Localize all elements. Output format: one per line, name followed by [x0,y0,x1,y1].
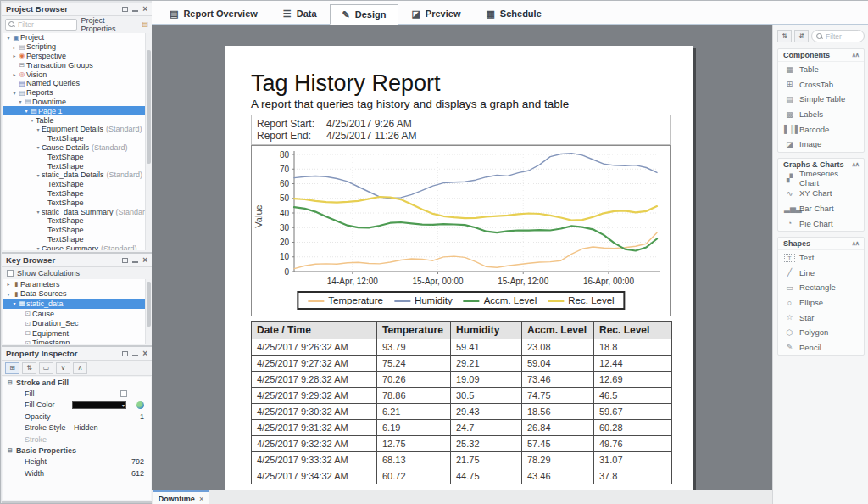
property-row-fill-color[interactable]: Fill Color▾ [3,400,151,412]
table-row[interactable]: 4/25/2017 9:29:32 AM78.8630.574.7546.5 [252,388,672,404]
expander-icon[interactable]: ▾ [11,90,18,96]
close-panel-icon[interactable]: × [142,350,147,357]
palette-filter-input[interactable] [826,32,860,41]
expander-icon[interactable]: ▾ [35,126,42,132]
palette-filter-box[interactable] [811,30,865,42]
sort-button[interactable]: ⇅ [22,362,36,374]
expander-icon[interactable]: ▾ [5,291,12,297]
scrollbar-thumb[interactable] [147,282,151,327]
category-view-button[interactable]: ⊞ [5,362,19,374]
palette-item-timeseries-chart[interactable]: ▞Timeseries Chart [778,171,864,187]
key-tree-scrollbar[interactable] [145,279,152,344]
minimize-panel-icon[interactable] [132,7,138,12]
close-panel-icon[interactable]: × [142,257,147,264]
color-globe-icon[interactable] [136,401,144,409]
palette-item-pie-chart[interactable]: ◔Pie Chart [778,216,864,231]
tab-downtime[interactable]: Downtime × [153,490,209,504]
property-row-opacity[interactable]: Opacity1 [3,411,151,423]
table-row[interactable]: 4/25/2017 9:30:32 AM6.2129.4318.5659.67 [252,404,672,420]
float-panel-icon[interactable] [122,351,128,356]
project-browser-header[interactable]: Project Browser × [2,3,152,16]
scrollbar-thumb[interactable] [147,50,151,163]
tab-preview[interactable]: ◪Preview [398,3,473,24]
project-tree-item-vision[interactable]: ▸◎Vision [3,70,151,79]
project-tree-item-equipment-details[interactable]: ▾Equipment Details(Standard) [3,125,151,134]
key-tree-item-equipment[interactable]: ⊡Equipment [3,328,151,339]
table-row[interactable]: 4/25/2017 9:26:32 AM93.7959.4123.0818.8 [252,339,672,356]
collapse-all-button[interactable]: ∧ [73,362,87,374]
palette-section-header[interactable]: Components∧∧ [778,49,864,62]
palette-item-ellipse[interactable]: ○Ellipse [778,295,864,311]
project-tree-item-cause-summary[interactable]: ▾Cause Summary(Standard) [3,244,151,250]
property-row-height[interactable]: Height792 [3,456,151,468]
palette-item-text[interactable]: TText [778,250,864,266]
table-row[interactable]: 4/25/2017 9:31:32 AM6.1924.726.8460.28 [252,420,672,436]
expander-icon[interactable]: ▾ [17,98,24,104]
collapse-section-icon[interactable]: ∧∧ [852,240,859,247]
show-calculations-checkbox[interactable] [7,270,14,277]
key-tree-item-timestamp[interactable]: ⊡Timestamp [3,339,151,344]
report-table[interactable]: Date / TimeTemperatureHumidityAccm. Leve… [251,321,672,484]
project-properties-button[interactable]: Project Properties ▤ [81,16,148,33]
palette-item-simple-table[interactable]: ▤Simple Table [778,92,864,107]
project-tree-item-transaction-groups[interactable]: ⊟Transaction Groups [3,60,151,70]
project-tree-item-cause-details[interactable]: ▾Cause Details(Standard) [3,143,151,153]
expander-icon[interactable]: ▾ [5,35,12,41]
project-tree-item-perspective[interactable]: ▸◉Perspective [3,52,151,61]
property-row-fill[interactable]: Fill [3,388,151,400]
table-row[interactable]: 4/25/2017 9:28:32 AM70.2619.0973.4612.69 [252,372,672,388]
key-browser-header[interactable]: Key Browser × [2,254,152,267]
palette-item-xy-chart[interactable]: ∿XY Chart [778,186,864,201]
expander-icon[interactable]: ▾ [11,300,18,306]
collapse-section-icon[interactable]: ⊟ [8,379,13,386]
palette-item-line[interactable]: ╱Line [778,266,864,281]
project-tree-item-textshape[interactable]: TextShape [3,134,151,143]
tab-design[interactable]: ✎Design [330,4,399,25]
palette-item-bar-chart[interactable]: ▂▅▃Bar Chart [778,201,864,216]
property-row-stroke[interactable]: Stroke [3,434,151,445]
expander-icon[interactable]: ▸ [11,44,18,50]
tab-report-overview[interactable]: ▤Report Overview [157,3,270,24]
table-row[interactable]: 4/25/2017 9:32:32 AM12.7525.3257.4549.76 [252,436,672,452]
palette-item-image[interactable]: ◪Image [778,137,864,152]
project-tree-item-table[interactable]: ▾Table [3,115,151,125]
project-tree-item-textshape[interactable]: TextShape [3,189,151,199]
fill-color-swatch[interactable]: ▾ [72,401,126,409]
minimize-panel-icon[interactable] [132,258,138,263]
property-inspector-header[interactable]: Property Inspector × [2,347,152,361]
property-section-basic-properties[interactable]: ⊟Basic Properties [3,445,151,456]
expander-icon[interactable]: ▾ [35,144,42,150]
collapse-section-icon[interactable]: ⊟ [8,447,13,454]
key-tree-item-static-data[interactable]: ▾▦static_data [3,299,151,309]
project-filter-box[interactable] [5,19,77,31]
expander-icon[interactable]: ▾ [35,172,42,178]
project-tree-item-textshape[interactable]: TextShape [3,161,151,171]
expander-icon[interactable]: ▸ [11,71,18,77]
float-panel-icon[interactable] [122,7,128,12]
key-tree-item-duration-sec[interactable]: ⊡Duration_Sec [3,318,151,328]
fill-checkbox[interactable] [120,390,127,397]
property-row-stroke-style[interactable]: Stroke StyleHidden [3,423,151,434]
key-tree-item-data-sources[interactable]: ▾▮Data Sources [3,289,151,300]
close-tab-icon[interactable]: × [199,495,203,503]
property-section-stroke-and-fill[interactable]: ⊟Stroke and Fill [3,377,151,388]
project-tree-item-textshape[interactable]: TextShape [3,226,151,235]
expander-icon[interactable]: ▾ [35,245,42,250]
project-tree-item-textshape[interactable]: TextShape [3,198,151,207]
project-tree-item-textshape[interactable]: TextShape [3,216,151,226]
project-tree-item-textshape[interactable]: TextShape [3,180,151,189]
expander-icon[interactable]: ▸ [5,281,12,287]
design-canvas[interactable]: Tag History Report A report that queries… [152,25,772,490]
project-filter-input[interactable] [18,20,69,29]
palette-section-header[interactable]: Shapes∧∧ [778,238,864,250]
palette-item-pencil[interactable]: ✎Pencil [778,340,864,356]
project-tree-item-static-data-details[interactable]: ▾static_data Details(Standard) [3,171,151,180]
project-tree-item-project[interactable]: ▾▣Project [3,33,151,42]
project-tree-item-downtime[interactable]: ▾▤Downtime [3,98,151,107]
key-tree-item-cause[interactable]: ⊡Cause [3,309,151,319]
palette-item-table[interactable]: ▦Table [778,62,864,77]
close-panel-icon[interactable]: × [142,6,147,13]
palette-item-star[interactable]: ☆Star [778,310,864,325]
expander-icon[interactable]: ▾ [23,108,30,114]
float-panel-icon[interactable] [122,258,128,263]
